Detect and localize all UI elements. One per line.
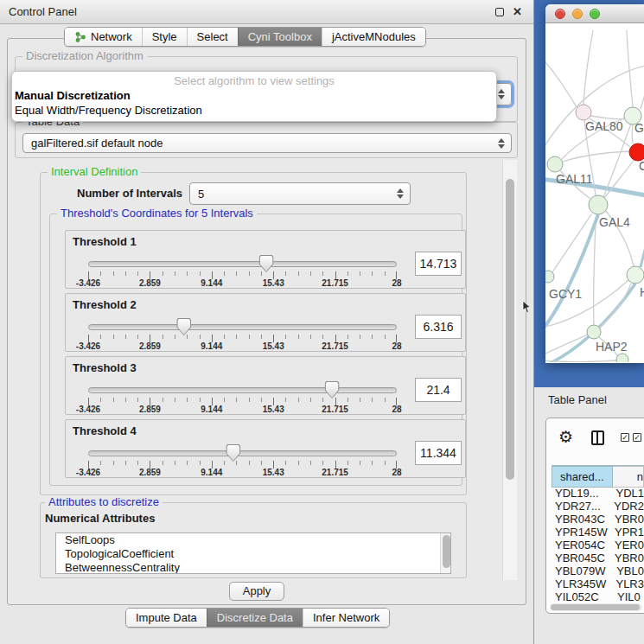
network-edge[interactable] <box>632 124 633 143</box>
threshold-slider[interactable]: -3.4262.859 9.14415.43 21.71528 <box>88 255 397 288</box>
slider-thumb[interactable] <box>226 444 240 462</box>
network-node[interactable] <box>629 143 644 161</box>
network-node[interactable] <box>547 156 563 172</box>
right-region: GAL80GCGAL11GAL4GCY1HHAP2 Table Panel ⚙ … <box>533 0 644 644</box>
slider-tick-labels: -3.4262.859 9.14415.43 21.71528 <box>88 468 397 477</box>
numerical-attributes-list[interactable]: SelfLoops TopologicalCoefficient Between… <box>55 532 451 574</box>
slider-thumb[interactable] <box>259 255 274 272</box>
network-node[interactable] <box>576 105 591 120</box>
slider-track[interactable] <box>88 324 397 330</box>
table-data-combobox[interactable]: galFiltered.sif default node <box>22 133 512 153</box>
threshold-value-field[interactable]: 14.713 <box>415 252 462 276</box>
table-data-value: galFiltered.sif default node <box>31 137 163 150</box>
tab-select[interactable]: Select <box>187 28 238 46</box>
network-edge[interactable] <box>603 124 631 197</box>
table-row[interactable]: YBR045CYBR0 <box>552 552 644 564</box>
table-data-group: Table Data galFiltered.sif default node <box>15 122 518 158</box>
tab-cyni-toolbox[interactable]: Cyni Toolbox <box>238 28 322 46</box>
combo-arrows-icon <box>498 89 505 99</box>
tab-infer-network[interactable]: Infer Network <box>303 609 389 627</box>
threshold-panel: Threshold 1 -3.4262.859 9.14415.43 21.71… <box>65 230 466 289</box>
network-edge[interactable] <box>641 231 644 267</box>
slider-thumb[interactable] <box>325 381 340 399</box>
select-none-checkbox-icon[interactable]: ✓ <box>633 433 641 442</box>
list-item[interactable]: BetweennessCentrality <box>56 561 450 574</box>
tab-discretize-data[interactable]: Discretize Data <box>207 609 303 627</box>
dropdown-item-manual-discretization[interactable]: Manual Discretization <box>12 88 496 103</box>
table-horizontal-scrollbar[interactable] <box>550 603 642 611</box>
dropdown-placeholder-item[interactable]: Select algorithm to view settings <box>12 74 496 88</box>
float-window-icon[interactable] <box>495 8 504 16</box>
table-panel-title: Table Panel <box>548 393 607 406</box>
dropdown-item-equal-width[interactable]: Equal Width/Frequency Discretization <box>12 103 496 118</box>
network-canvas[interactable]: GAL80GCGAL11GAL4GCY1HHAP2 <box>545 23 644 362</box>
tab-jactivemnodules[interactable]: jActiveMNodules <box>322 28 425 46</box>
table-row[interactable]: YLR345WYLR3 <box>552 577 644 590</box>
network-icon <box>74 31 86 43</box>
attributes-group: Attributes to discretize Numerical Attri… <box>40 502 467 578</box>
slider-tick-labels: -3.4262.859 9.14415.43 21.71528 <box>88 278 397 288</box>
columns-icon[interactable] <box>591 430 604 445</box>
threshold-slider[interactable]: -3.4262.859 9.14415.43 21.71528 <box>88 381 397 414</box>
network-node[interactable] <box>587 325 601 339</box>
threshold-panel: Threshold 2 -3.4262.859 9.14415.43 21.71… <box>65 293 466 352</box>
cyni-toolbox-panel: Discretization Algorithm Table Data galF… <box>7 38 526 605</box>
table-row[interactable]: YBL079WYBL0 <box>552 564 644 577</box>
numerical-attributes-label: Numerical Attributes <box>45 512 155 525</box>
table-row[interactable]: YDL19...YDL1 <box>552 487 644 500</box>
close-icon[interactable]: ✕ <box>513 5 522 19</box>
slider-track[interactable] <box>88 450 397 456</box>
network-edge[interactable] <box>641 71 644 109</box>
panel-scrollbar[interactable] <box>502 160 517 580</box>
slider-tick-labels: -3.4262.859 9.14415.43 21.71528 <box>88 341 397 351</box>
number-of-intervals-combobox[interactable]: 5 <box>189 182 411 205</box>
threshold-value-field[interactable]: 11.344 <box>415 441 462 465</box>
network-node[interactable] <box>627 266 644 284</box>
network-node[interactable] <box>545 271 554 283</box>
column-header-shared-name[interactable]: shared... <box>552 466 613 488</box>
zoom-traffic-light-icon[interactable] <box>590 9 600 19</box>
network-node[interactable] <box>589 195 608 214</box>
threshold-value-field[interactable]: 21.4 <box>415 378 462 402</box>
list-item[interactable]: TopologicalCoefficient <box>56 547 450 561</box>
network-node[interactable] <box>616 354 628 362</box>
threshold-panel: Threshold 4 -3.4262.859 9.14415.43 21.71… <box>65 419 466 478</box>
slider-thumb[interactable] <box>176 318 191 335</box>
network-node-label: G <box>634 121 644 135</box>
gear-icon[interactable]: ⚙ <box>558 427 573 447</box>
table-row[interactable]: YIL052CYIL0 <box>552 590 644 603</box>
tab-style[interactable]: Style <box>142 28 187 46</box>
network-edge[interactable] <box>594 224 596 325</box>
table-row[interactable]: YER054CYER0 <box>552 539 644 552</box>
tab-network[interactable]: Network <box>65 28 142 46</box>
select-all-checkbox-icon[interactable]: ✓ <box>621 433 629 442</box>
network-edge[interactable] <box>627 30 633 107</box>
table-row[interactable]: YDR27...YDR2 <box>552 500 644 513</box>
network-node-label: GAL4 <box>599 215 630 229</box>
threshold-value-field[interactable]: 6.316 <box>415 315 462 339</box>
bottom-tab-bar: Impute Data Discretize Data Infer Networ… <box>125 608 390 628</box>
table-row[interactable]: YBR043CYBR0 <box>552 513 644 526</box>
slider-track[interactable] <box>88 387 397 393</box>
table-row[interactable]: YPR145WYPR1 <box>552 526 644 539</box>
threshold-label: Threshold 1 <box>73 235 137 248</box>
network-node-label: C <box>639 159 644 173</box>
slider-track[interactable] <box>88 261 397 267</box>
top-tab-bar: Network Style Select Cyni Toolbox jActiv… <box>64 27 426 47</box>
network-edge[interactable] <box>552 214 591 272</box>
attributes-group-label: Attributes to discretize <box>45 495 163 508</box>
apply-button[interactable]: Apply <box>229 582 284 601</box>
list-item[interactable]: SelfLoops <box>56 533 450 547</box>
threshold-label: Threshold 3 <box>73 361 137 374</box>
tab-impute-data[interactable]: Impute Data <box>126 609 207 627</box>
close-traffic-light-icon[interactable] <box>555 9 565 19</box>
network-edge[interactable] <box>545 56 577 107</box>
list-scrollbar[interactable] <box>440 533 450 573</box>
combo-arrows-icon <box>498 138 505 149</box>
threshold-label: Threshold 2 <box>73 298 137 311</box>
column-header-name[interactable]: n <box>613 466 644 488</box>
combo-arrows-icon <box>397 188 404 199</box>
threshold-slider[interactable]: -3.4262.859 9.14415.43 21.71528 <box>88 444 397 477</box>
minimize-traffic-light-icon[interactable] <box>572 9 583 19</box>
threshold-slider[interactable]: -3.4262.859 9.14415.43 21.71528 <box>88 318 397 351</box>
